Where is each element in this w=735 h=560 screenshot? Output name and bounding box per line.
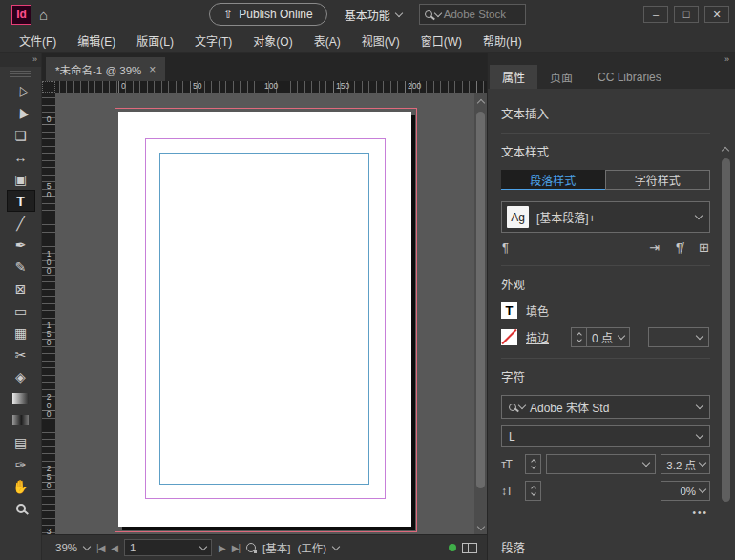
clear-overrides-icon[interactable]: ¶̸ xyxy=(676,240,682,255)
text-frame[interactable] xyxy=(159,153,369,485)
ruler-label: 100 xyxy=(264,81,278,91)
scroll-up-icon[interactable] xyxy=(476,99,484,107)
pencil-tool[interactable]: ✎ xyxy=(7,256,35,278)
home-icon[interactable]: ⌂ xyxy=(39,7,48,23)
preflight-state[interactable]: (工作) xyxy=(297,540,326,555)
step-down-icon[interactable] xyxy=(531,490,536,496)
preflight-profile[interactable]: [基本] xyxy=(262,540,290,555)
tab-pages[interactable]: 页面 xyxy=(537,65,585,89)
selection-arrow-icon: ▷ xyxy=(12,84,30,98)
font-size-stepper[interactable] xyxy=(525,454,541,474)
ruler-label: 150 xyxy=(336,81,349,91)
new-style-icon[interactable]: ⊞ xyxy=(699,240,709,255)
step-down-icon[interactable] xyxy=(531,464,536,469)
free-transform-tool[interactable]: ◈ xyxy=(7,365,35,387)
menu-layout[interactable]: 版面(L) xyxy=(127,30,183,52)
stroke-type-dropdown[interactable] xyxy=(648,327,709,347)
font-size-icon: тT xyxy=(501,458,520,471)
rectangle-tool[interactable]: ▭ xyxy=(7,300,35,321)
stroke-none-swatch[interactable] xyxy=(501,329,517,345)
panel-collapse-button[interactable]: » xyxy=(488,53,735,65)
gradient-feather-tool[interactable] xyxy=(7,409,35,431)
tools-collapse-button[interactable]: » xyxy=(0,53,41,67)
scrollbar-thumb[interactable] xyxy=(722,158,730,502)
menu-object[interactable]: 对象(O) xyxy=(243,30,302,52)
font-size-dropdown[interactable] xyxy=(546,454,656,474)
document-area: *未命名-1 @ 39% × 0 50 100 150 200 xyxy=(42,53,487,560)
minimize-button[interactable]: – xyxy=(643,6,668,23)
zoom-level[interactable]: 39% xyxy=(55,542,77,553)
leading-stepper[interactable] xyxy=(525,481,541,501)
panel-scrollbar[interactable] xyxy=(721,153,731,537)
horizontal-ruler[interactable]: 0 50 100 150 200 xyxy=(55,81,487,93)
tab-cc-libraries[interactable]: CC Libraries xyxy=(585,65,674,89)
redefine-style-icon[interactable]: ⇥ xyxy=(649,240,660,255)
vertical-ruler[interactable]: 0 50 100 150 200 250 300 xyxy=(42,93,55,534)
menu-help[interactable]: 帮助(H) xyxy=(473,30,532,52)
more-options-button[interactable]: ••• xyxy=(503,508,708,518)
tab-properties[interactable]: 属性 xyxy=(490,65,537,89)
chevron-down-icon[interactable] xyxy=(200,542,207,550)
close-button[interactable]: ✕ xyxy=(704,6,729,23)
ruler-origin-box[interactable] xyxy=(42,81,55,93)
preflight-menu-icon[interactable] xyxy=(246,543,256,552)
tab-close-icon[interactable]: × xyxy=(149,63,156,76)
zoom-tool[interactable] xyxy=(7,497,35,519)
publish-online-button[interactable]: ⇧ Publish Online xyxy=(209,3,326,26)
page-tool[interactable]: ❏ xyxy=(7,124,35,146)
scrollbar-thumb[interactable] xyxy=(476,112,485,488)
workspace-switcher[interactable]: 基本功能 xyxy=(345,7,402,23)
pages-indicator-icon[interactable] xyxy=(462,543,477,553)
stroke-label[interactable]: 描边 xyxy=(526,329,549,345)
eyedropper-tool[interactable]: ✑ xyxy=(7,453,35,475)
previous-page-button[interactable]: ◀ xyxy=(111,543,117,553)
fill-label[interactable]: 填色 xyxy=(526,302,549,319)
leading-field[interactable]: 0% xyxy=(661,481,710,501)
font-family-dropdown[interactable]: Adobe 宋体 Std xyxy=(501,395,710,419)
menu-file[interactable]: 文件(F) xyxy=(10,30,66,52)
table-tool[interactable]: ▦ xyxy=(7,321,35,343)
line-tool[interactable]: ╱ xyxy=(7,212,35,234)
paragraph-styles-tab[interactable]: 段落样式 xyxy=(501,170,605,190)
menu-view[interactable]: 视图(V) xyxy=(352,30,410,52)
scroll-down-icon[interactable] xyxy=(476,523,484,530)
stroke-weight-field[interactable]: 0 点 xyxy=(587,327,630,347)
paragraph-mark-icon[interactable]: ¶ xyxy=(502,240,509,255)
font-style-dropdown[interactable]: L xyxy=(501,425,710,447)
stroke-weight-stepper[interactable] xyxy=(571,327,587,347)
canvas-scrollbar[interactable] xyxy=(474,93,487,534)
menu-type[interactable]: 文字(T) xyxy=(185,30,242,52)
first-page-button[interactable]: |◀ xyxy=(96,543,104,553)
font-size-field[interactable]: 3.2 点 xyxy=(661,454,710,474)
pen-tool[interactable]: ✒ xyxy=(7,234,35,256)
character-styles-tab[interactable]: 字符样式 xyxy=(605,170,711,190)
chevron-down-icon[interactable] xyxy=(618,332,625,340)
menu-window[interactable]: 窗口(W) xyxy=(411,30,472,52)
gap-tool[interactable]: ↔ xyxy=(7,146,35,168)
note-tool[interactable]: ▤ xyxy=(7,431,35,453)
document-tab[interactable]: *未命名-1 @ 39% × xyxy=(46,57,165,81)
adobe-stock-search[interactable]: Adobe Stock xyxy=(419,4,526,25)
scissors-tool[interactable]: ✂ xyxy=(7,343,35,365)
chevron-down-icon[interactable] xyxy=(332,542,340,550)
direct-selection-tool[interactable]: ▶ xyxy=(7,102,35,124)
status-bar: 39% |◀ ◀ 1 ▶ ▶| [基本] (工作) xyxy=(42,534,487,560)
pasteboard[interactable]: 0 50 100 150 200 250 300 xyxy=(42,93,487,534)
type-tool[interactable]: T xyxy=(7,190,35,212)
chevron-down-icon[interactable] xyxy=(83,542,91,550)
last-page-button[interactable]: ▶| xyxy=(232,543,240,553)
maximize-button[interactable]: □ xyxy=(674,6,699,23)
menu-table[interactable]: 表(A) xyxy=(304,30,350,52)
next-page-button[interactable]: ▶ xyxy=(219,543,225,553)
step-down-icon[interactable] xyxy=(577,337,582,342)
content-collector-tool[interactable]: ▣ xyxy=(7,168,35,190)
rectangle-frame-tool[interactable]: ⊠ xyxy=(7,278,35,300)
gradient-tool[interactable] xyxy=(7,387,35,409)
menu-edit[interactable]: 编辑(E) xyxy=(68,30,125,52)
paragraph-style-dropdown[interactable]: Ag [基本段落]+ xyxy=(501,201,710,233)
selection-tool[interactable]: ▷ xyxy=(7,80,35,102)
page-number-field[interactable]: 1 xyxy=(124,539,212,556)
hand-tool[interactable]: ✋ xyxy=(7,475,35,497)
tools-grip[interactable] xyxy=(10,69,32,77)
fill-swatch[interactable]: T xyxy=(501,302,517,319)
